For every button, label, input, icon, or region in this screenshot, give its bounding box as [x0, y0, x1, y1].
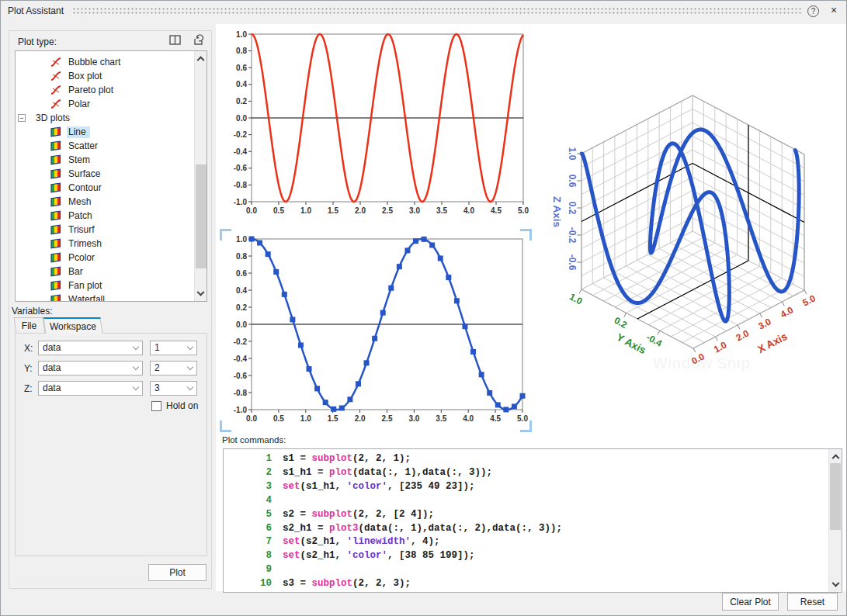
code-text: s1_h1 = plot(data(:, 1),data(:, 3)); — [283, 467, 492, 478]
x-tick-label: 1.0 — [300, 206, 311, 215]
plot-commands-editor[interactable]: 1s1 = subplot(2, 2, 1);2s1_h1 = plot(dat… — [223, 448, 842, 593]
plot3d-icon — [50, 182, 62, 194]
chevron-down-icon — [186, 383, 195, 393]
clear-plot-button[interactable]: Clear Plot — [722, 593, 779, 611]
code-scrollbar[interactable] — [828, 449, 842, 592]
code-line-8: 8set(s2_h1, 'color', [38 85 199]); — [224, 550, 821, 564]
tree-item-box-plot[interactable]: Box plot — [16, 69, 193, 83]
x-tick-label: 0.0 — [246, 414, 257, 423]
split-layout-icon[interactable] — [168, 33, 182, 47]
close-icon[interactable]: × — [827, 3, 841, 17]
z-field-label: Z: — [24, 383, 33, 394]
plot-button[interactable]: Plot — [148, 564, 207, 581]
tree-item-bar[interactable]: Bar — [16, 265, 193, 279]
selection-bracket-bottom-right — [520, 420, 532, 432]
tree-item-surface[interactable]: Surface — [16, 167, 193, 181]
tree-item-3d-plots[interactable]: −3D plots — [16, 111, 193, 125]
tree-item-fan-plot[interactable]: Fan plot — [16, 279, 193, 292]
tree-scroll-up-icon[interactable] — [195, 51, 207, 64]
y-column-select[interactable]: 2 — [150, 361, 197, 375]
titlebar-grip[interactable] — [72, 7, 802, 16]
z-variable-select[interactable]: data — [38, 381, 143, 396]
x-tick-label: 2.0 — [734, 327, 752, 343]
tree-scrollbar-thumb[interactable] — [196, 164, 207, 268]
code-scrollbar-thumb[interactable] — [830, 463, 841, 530]
x-tick-label: 2.0 — [355, 206, 366, 215]
tree-item-stem[interactable]: Stem — [16, 153, 193, 167]
window-title: Plot Assistant — [8, 5, 64, 16]
chevron-down-icon — [131, 363, 141, 372]
y-tick — [579, 289, 581, 293]
data-marker — [479, 372, 484, 377]
tree-item-polar[interactable]: Polar — [16, 97, 193, 111]
tree-item-pcolor[interactable]: Pcolor — [16, 251, 193, 265]
collapse-expander-icon[interactable]: − — [18, 114, 26, 122]
x-tick-label: 2.5 — [382, 414, 393, 423]
data-marker — [397, 264, 402, 269]
subplot2-3d-line-chart[interactable]: 0.01.02.03.04.05.01.00.2-0.41.00.60.2-0.… — [535, 43, 847, 389]
tree-item-contour[interactable]: Contour — [16, 181, 193, 195]
y-tick-label: 0.8 — [236, 252, 247, 261]
plot2d-icon — [50, 70, 62, 82]
tree-item-label: Pareto plot — [67, 85, 117, 96]
tree-item-bubble-chart[interactable]: Bubble chart — [16, 55, 193, 69]
hold-on-checkbox[interactable] — [151, 401, 161, 411]
plot-type-label: Plot type: — [18, 36, 57, 47]
y-tick-label: 0.0 — [236, 320, 247, 329]
tree-scroll-down-icon[interactable] — [195, 288, 207, 301]
code-scroll-up-icon[interactable] — [829, 449, 842, 462]
y-variable-select[interactable]: data — [38, 361, 143, 375]
tree-item-line[interactable]: Line — [16, 125, 193, 139]
help-icon[interactable]: ? — [807, 5, 819, 17]
tree-item-scatter[interactable]: Scatter — [16, 139, 193, 153]
data-marker — [487, 390, 492, 396]
plot3d-icon — [50, 209, 62, 222]
plot-type-tree[interactable]: Bubble chartBox plotPareto plotPolar−3D … — [15, 50, 207, 302]
x-tick-label: 2.0 — [355, 414, 366, 423]
subplot1-red-line-chart[interactable]: 1.00.80.60.40.20.0-0.2-0.4-0.6-0.8-1.00.… — [223, 26, 536, 221]
tree-item-pareto-plot[interactable]: Pareto plot — [16, 83, 193, 97]
line-number: 4 — [224, 495, 272, 506]
code-line-4: 4 — [224, 495, 821, 509]
y-tick-label: 0.8 — [236, 47, 247, 55]
chevron-down-icon — [131, 343, 141, 352]
tree-item-trisurf[interactable]: Trisurf — [16, 223, 193, 237]
tree-item-label: Line — [67, 126, 90, 138]
y-tick-label: -0.6 — [234, 372, 248, 380]
data-marker — [257, 241, 262, 246]
x-tick-label: 3.0 — [408, 414, 419, 423]
tree-item-label: 3D plots — [34, 112, 74, 124]
chevron-down-icon — [186, 343, 195, 352]
y-tick-label: 1.0 — [236, 235, 247, 244]
data-marker — [470, 349, 476, 355]
x-tick-label: 4.0 — [463, 206, 474, 215]
tab-file[interactable]: File — [14, 317, 46, 334]
tree-item-label: Scatter — [67, 140, 102, 152]
data-marker — [462, 324, 467, 329]
reset-view-icon[interactable] — [192, 33, 206, 47]
tree-item-waterfall[interactable]: Waterfall — [16, 292, 193, 302]
tree-item-label: Contour — [67, 182, 106, 194]
data-marker — [429, 242, 435, 247]
tree-scrollbar[interactable] — [194, 51, 207, 301]
subplot3-blue-line-chart[interactable]: 1.00.80.60.40.20.0-0.2-0.4-0.6-0.8-1.00.… — [221, 228, 535, 425]
plot3d-icon — [50, 168, 62, 180]
y-tick-label: -0.2 — [234, 130, 248, 139]
y-tick-label: 0.6 — [236, 64, 247, 72]
z-column-select[interactable]: 3 — [150, 381, 197, 396]
tree-item-label: Surface — [67, 168, 104, 180]
x-column-select[interactable]: 1 — [150, 341, 197, 355]
x-variable-select[interactable]: data — [38, 341, 143, 355]
tab-workspace[interactable]: Workspace — [43, 317, 103, 334]
tree-item-mesh[interactable]: Mesh — [16, 195, 193, 209]
x-tick — [716, 337, 718, 341]
plot2d-icon — [50, 84, 62, 96]
line-number: 3 — [224, 481, 272, 492]
line-number: 6 — [224, 523, 272, 534]
code-scroll-down-icon[interactable] — [829, 579, 842, 592]
selection-bracket-bottom-left — [220, 420, 231, 432]
plot2d-icon — [50, 56, 62, 68]
reset-button[interactable]: Reset — [787, 593, 838, 611]
tree-item-patch[interactable]: Patch — [16, 209, 193, 223]
tree-item-trimesh[interactable]: Trimesh — [16, 237, 193, 251]
